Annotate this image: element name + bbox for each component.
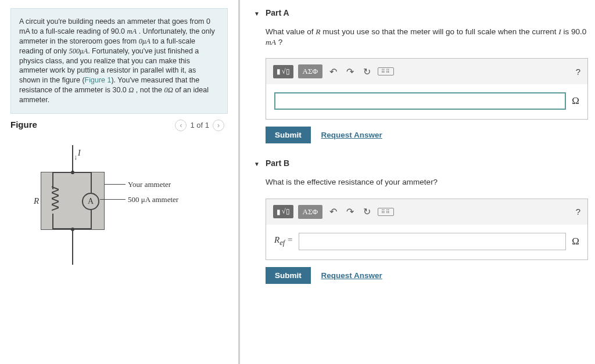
part-b-body: What is the effective resistance of your… bbox=[266, 177, 588, 283]
part-b-answer-label: Ref = bbox=[274, 235, 293, 247]
pa-q-2: must you use so that the meter will go t… bbox=[321, 27, 559, 36]
part-b-answer-input[interactable] bbox=[299, 233, 566, 250]
wire-r-bot bbox=[91, 209, 92, 229]
part-a-question: What value of R must you use so that the… bbox=[266, 27, 588, 48]
column-divider bbox=[238, 0, 240, 364]
label-I: I bbox=[78, 149, 81, 158]
part-a-body: What value of R must you use so that the… bbox=[266, 27, 588, 143]
part-b-header-text: Part B bbox=[266, 158, 289, 168]
keyboard-icon-b[interactable]: ⠿⠿ bbox=[378, 208, 394, 216]
zero-ohm: 0Ω bbox=[164, 86, 173, 94]
figure-section: Figure ‹ 1 of 1 › I ↓ ʌʌʌʌ R A bbox=[10, 120, 224, 284]
part-a-input-row: Ω bbox=[266, 84, 587, 119]
lbl-R-eq: = bbox=[285, 235, 293, 244]
part-a-toolbar: ▮√▯ ΑΣΦ ↶ ↷ ↻ ⠿⠿ ? bbox=[266, 59, 587, 84]
part-b-unit: Ω bbox=[572, 236, 579, 247]
part-b-answer-panel: ▮√▯ ΑΣΦ ↶ ↷ ↻ ⠿⠿ ? Ref = Ω bbox=[266, 199, 588, 260]
part-b-header[interactable]: Part B bbox=[254, 158, 588, 168]
lbl-R-pre: R bbox=[274, 235, 279, 244]
figure-title: Figure bbox=[10, 120, 37, 129]
greek-letters-button[interactable]: ΑΣΦ bbox=[298, 64, 322, 78]
wire-h-top bbox=[52, 172, 92, 173]
left-column: A circuit you're building needs an ammet… bbox=[0, 0, 235, 364]
reset-icon-b[interactable]: ↻ bbox=[361, 206, 373, 217]
pa-q-4: ? bbox=[276, 38, 282, 46]
part-b-submit-button[interactable]: Submit bbox=[266, 267, 311, 284]
part-a-answer-input[interactable] bbox=[274, 92, 566, 110]
part-a-unit: Ω bbox=[572, 95, 579, 107]
part-a-header[interactable]: Part A bbox=[254, 8, 588, 17]
right-column: Part A What value of R must you use so t… bbox=[243, 0, 595, 364]
redo-icon-b[interactable]: ↷ bbox=[344, 206, 356, 217]
label-your-ammeter: Your ammeter bbox=[128, 180, 171, 189]
keyboard-icon[interactable]: ⠿⠿ bbox=[378, 67, 394, 75]
label-500uA-ammeter: 500 μA ammeter bbox=[128, 195, 178, 204]
unit-mA-2: mA bbox=[266, 38, 276, 46]
undo-icon-b[interactable]: ↶ bbox=[327, 206, 339, 217]
figure-pager: ‹ 1 of 1 › bbox=[175, 120, 224, 131]
figure-page-count: 1 of 1 bbox=[190, 121, 209, 129]
figure-link[interactable]: Figure 1 bbox=[85, 76, 112, 84]
var-R: R bbox=[316, 27, 320, 36]
part-a-answer-panel: ▮√▯ ΑΣΦ ↶ ↷ ↻ ⠿⠿ ? Ω bbox=[266, 58, 588, 120]
undo-icon[interactable]: ↶ bbox=[327, 66, 339, 77]
val-500uA: 500μA bbox=[69, 47, 88, 55]
redo-icon[interactable]: ↷ bbox=[344, 66, 356, 77]
leadline-1 bbox=[105, 184, 126, 185]
current-arrow-icon: ↓ bbox=[74, 153, 77, 161]
part-a-actions: Submit Request Answer bbox=[266, 127, 588, 143]
figure-next-button[interactable]: › bbox=[213, 120, 224, 131]
wire-l-bot bbox=[52, 214, 53, 229]
format-template-button-b[interactable]: ▮√▯ bbox=[273, 205, 293, 218]
part-a-submit-button[interactable]: Submit bbox=[266, 127, 311, 143]
reset-icon[interactable]: ↻ bbox=[361, 66, 373, 77]
help-icon[interactable]: ? bbox=[576, 67, 580, 77]
help-icon-b[interactable]: ? bbox=[576, 207, 580, 217]
problem-text-6: , not the bbox=[134, 86, 164, 94]
pa-q-3: is 90.0 bbox=[561, 27, 587, 36]
resistor-icon: ʌʌʌʌ bbox=[49, 186, 63, 210]
leadline-2 bbox=[100, 199, 126, 200]
pa-q-1: What value of bbox=[266, 27, 316, 36]
greek-letters-button-b[interactable]: ΑΣΦ bbox=[298, 205, 322, 219]
val-0uA: 0μA bbox=[139, 37, 150, 45]
format-template-button[interactable]: ▮√▯ bbox=[273, 65, 293, 78]
lbl-R-sub: ef bbox=[279, 239, 285, 247]
part-b-toolbar: ▮√▯ ΑΣΦ ↶ ↷ ↻ ⠿⠿ ? bbox=[266, 199, 587, 225]
wire-h-bot bbox=[52, 228, 92, 229]
part-b-question: What is the effective resistance of your… bbox=[266, 177, 588, 188]
wire-r-top bbox=[91, 173, 92, 193]
label-A: A bbox=[88, 197, 94, 206]
wire-top bbox=[72, 145, 73, 172]
part-b-request-answer-link[interactable]: Request Answer bbox=[321, 271, 382, 280]
circuit-diagram: I ↓ ʌʌʌʌ R A Your ammeter 500 μA ammeter bbox=[10, 145, 224, 284]
unit-mA: mA bbox=[127, 27, 137, 35]
part-b-actions: Submit Request Answer bbox=[266, 267, 588, 284]
problem-statement: A circuit you're building needs an ammet… bbox=[10, 8, 228, 114]
ohm-1: Ω bbox=[128, 86, 134, 94]
figure-prev-button[interactable]: ‹ bbox=[175, 120, 187, 131]
label-R: R bbox=[34, 196, 39, 206]
part-b-input-row: Ref = Ω bbox=[266, 225, 587, 260]
part-a-header-text: Part A bbox=[266, 8, 289, 17]
ammeter-symbol: A bbox=[82, 193, 99, 210]
part-a-request-answer-link[interactable]: Request Answer bbox=[321, 131, 382, 139]
wire-bottom bbox=[72, 230, 73, 265]
